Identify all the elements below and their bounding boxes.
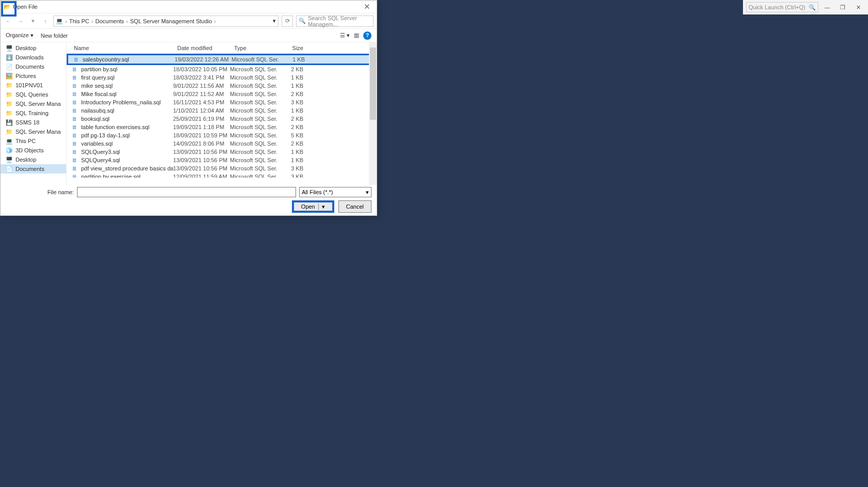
- back-button[interactable]: ←: [4, 18, 13, 24]
- crumb-documents[interactable]: Documents: [95, 18, 124, 24]
- quick-launch-placeholder: Quick Launch (Ctrl+Q): [749, 4, 805, 10]
- scrollbar[interactable]: [369, 42, 377, 185]
- filename-label: File name:: [6, 189, 74, 195]
- file-row[interactable]: 🗎partition by exercise.sql12/09/2021 11:…: [67, 172, 377, 178]
- help-icon[interactable]: ?: [363, 32, 371, 40]
- folder-icon: 📁: [6, 91, 13, 98]
- file-list[interactable]: Name Date modified Type Size 🗎salesbycou…: [67, 42, 377, 185]
- sidebar-item[interactable]: 💾SSMS 18: [1, 118, 66, 127]
- crumb-folder[interactable]: SQL Server Management Studio: [130, 18, 212, 24]
- sidebar-item[interactable]: 📁SQL Training: [1, 108, 66, 118]
- chevron-down-icon[interactable]: ▾: [318, 203, 325, 210]
- sidebar-item[interactable]: 🖼️Pictures: [1, 71, 66, 81]
- filetype-value: All Files (*.*): [302, 189, 333, 195]
- file-row[interactable]: 🗎variables.sql14/09/2021 8:06 PMMicrosof…: [67, 139, 377, 148]
- folder-icon: 💾: [6, 119, 13, 126]
- folder-icon: 📄: [6, 165, 13, 172]
- file-row[interactable]: 🗎nailasubq.sql1/10/2021 12:04 AMMicrosof…: [67, 106, 377, 115]
- sidebar-item-label: This PC: [16, 138, 36, 144]
- chevron-down-icon[interactable]: ▾: [273, 18, 276, 24]
- organize-button[interactable]: Organize ▾: [6, 32, 34, 39]
- file-row[interactable]: 🗎booksql.sql25/09/2021 6:19 PMMicrosoft …: [67, 115, 377, 123]
- sidebar-item[interactable]: 📄Documents: [1, 62, 66, 71]
- file-row[interactable]: 🗎SQLQuery4.sql13/09/2021 10:56 PMMicroso…: [67, 156, 377, 164]
- crumb-thispc[interactable]: This PC: [69, 18, 89, 24]
- file-row[interactable]: 🗎mike seq.sql9/01/2022 11:56 AMMicrosoft…: [67, 82, 377, 90]
- minimize-button[interactable]: —: [820, 2, 834, 12]
- close-icon[interactable]: ✕: [361, 2, 374, 11]
- file-row[interactable]: 🗎first query.sql18/03/2022 3:41 PMMicros…: [67, 73, 377, 82]
- sidebar-item-label: SQL Server Mana: [16, 101, 61, 107]
- cancel-button[interactable]: Cancel: [338, 200, 371, 213]
- file-row[interactable]: 🗎salesbycountry.sql19/03/2022 12:26 AMMi…: [67, 54, 377, 65]
- file-icon: 🗎: [72, 66, 79, 72]
- file-row[interactable]: 🗎pdf pg-13 day-1.sql18/09/2021 10:59 PMM…: [67, 131, 377, 139]
- sidebar-item[interactable]: 📁SQL Queries: [1, 90, 66, 99]
- forward-button[interactable]: →: [16, 18, 25, 24]
- col-name[interactable]: Name: [72, 44, 175, 52]
- search-placeholder: Search SQL Server Managem...: [308, 15, 371, 27]
- preview-button[interactable]: ▥: [354, 32, 359, 39]
- file-icon: 🗎: [72, 140, 79, 147]
- sidebar-item-label: 3D Objects: [16, 147, 43, 153]
- sidebar-item-label: 101PNV01: [16, 82, 43, 88]
- file-row[interactable]: 🗎Introductory Problems_naila.sql16/11/20…: [67, 98, 377, 106]
- col-type[interactable]: Type: [232, 44, 280, 52]
- refresh-button[interactable]: ⟳: [282, 15, 293, 27]
- col-size[interactable]: Size: [280, 44, 305, 52]
- file-row[interactable]: 🗎Mike fiscal.sql9/01/2022 11:52 AMMicros…: [67, 90, 377, 98]
- restore-button[interactable]: ❐: [836, 2, 849, 12]
- sidebar-item[interactable]: 📄Documents: [1, 164, 66, 174]
- file-icon: 🗎: [73, 56, 81, 62]
- open-label: Open: [301, 203, 315, 210]
- sidebar-item-label: SQL Server Mana: [16, 129, 61, 135]
- up-button[interactable]: ↑: [41, 18, 50, 24]
- file-row[interactable]: 🗎partition by.sql18/03/2022 10:05 PMMicr…: [67, 65, 377, 73]
- sidebar-item[interactable]: 🧊3D Objects: [1, 146, 66, 155]
- sidebar-item[interactable]: 📁101PNV01: [1, 81, 66, 90]
- cancel-label: Cancel: [346, 203, 364, 210]
- new-folder-button[interactable]: New folder: [41, 33, 68, 39]
- sidebar-item[interactable]: 💻This PC: [1, 136, 66, 146]
- sidebar-item-label: Downloads: [16, 54, 43, 60]
- folder-icon: 📁: [6, 82, 13, 89]
- file-list-header[interactable]: Name Date modified Type Size: [67, 42, 377, 54]
- chevron-down-icon: ▾: [366, 189, 369, 196]
- annotation-box-corner: [1, 1, 17, 17]
- folder-icon: 🧊: [6, 147, 13, 154]
- filename-input[interactable]: [77, 187, 296, 197]
- app-titlebar: Quick Launch (Ctrl+Q) 🔍 — ❐ ✕: [743, 0, 868, 14]
- folder-icon: 📁: [6, 128, 13, 135]
- sidebar-item[interactable]: 🖥️Desktop: [1, 155, 66, 164]
- sidebar-item[interactable]: 📁SQL Server Mana: [1, 99, 66, 108]
- file-row[interactable]: 🗎SQLQuery3.sql13/09/2021 10:56 PMMicroso…: [67, 148, 377, 156]
- search-input[interactable]: 🔍 Search SQL Server Managem...: [296, 15, 374, 27]
- folder-icon: 🖥️: [6, 44, 13, 52]
- sidebar-item[interactable]: 📁SQL Server Mana: [1, 127, 66, 136]
- file-icon: 🗎: [72, 74, 79, 81]
- search-icon: 🔍: [809, 4, 816, 11]
- sidebar-item[interactable]: ⬇️Downloads: [1, 53, 66, 62]
- file-icon: 🗎: [72, 132, 79, 138]
- file-row[interactable]: 🗎pdf view_stored procedure basics day-2.…: [67, 164, 377, 172]
- close-button[interactable]: ✕: [851, 2, 865, 12]
- filetype-select[interactable]: All Files (*.*) ▾: [299, 187, 371, 197]
- sidebar-item-label: Documents: [16, 166, 44, 172]
- chevron-down-icon[interactable]: ▾: [28, 18, 38, 24]
- file-icon: 🗎: [72, 165, 79, 171]
- open-button[interactable]: Open ▾: [292, 200, 334, 213]
- breadcrumb[interactable]: 💻› This PC› Documents› SQL Server Manage…: [53, 15, 278, 27]
- folder-icon: 📁: [6, 109, 13, 117]
- dialog-titlebar[interactable]: 📂 Open File ✕: [1, 1, 377, 13]
- folder-icon: 📁: [6, 100, 13, 107]
- pc-icon: 💻: [56, 18, 63, 24]
- folder-icon: ⬇️: [6, 54, 13, 61]
- quick-launch-input[interactable]: Quick Launch (Ctrl+Q) 🔍: [746, 2, 818, 12]
- file-row[interactable]: 🗎table function exercises.sql19/09/2021 …: [67, 123, 377, 131]
- file-icon: 🗎: [72, 99, 79, 105]
- col-date[interactable]: Date modified: [175, 44, 232, 52]
- open-file-dialog: 📂 Open File ✕ ← → ▾ ↑ 💻› This PC› Docume…: [0, 0, 377, 216]
- view-button[interactable]: ☰ ▾: [340, 32, 350, 39]
- dialog-sidebar[interactable]: 🖥️Desktop⬇️Downloads📄Documents🖼️Pictures…: [1, 42, 67, 185]
- sidebar-item[interactable]: 🖥️Desktop: [1, 43, 66, 53]
